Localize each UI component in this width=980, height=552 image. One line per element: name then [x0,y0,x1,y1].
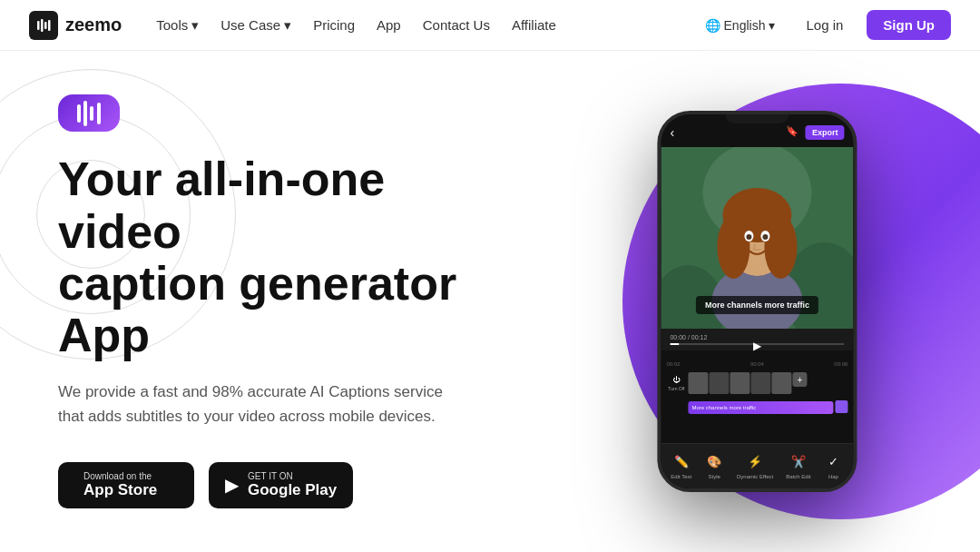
nav-use-case[interactable]: Use Case ▾ [211,12,300,39]
clip-4 [750,372,770,394]
toolbar-more[interactable]: ✓ Hap [823,451,843,479]
time-bar: 00:00 / 00:12 ▶ [670,334,844,345]
app-store-button[interactable]: Download on the App Store [58,462,194,508]
timeline-ruler: 00:02 00:04 00:06 [666,361,848,367]
svg-rect-6 [90,106,93,121]
turn-off-toggle[interactable]: ⏻ Turn Off [666,376,686,391]
logo[interactable]: zeemo [29,11,122,40]
dynamic-effect-icon: ⚡ [745,451,765,471]
signup-button[interactable]: Sign Up [867,10,951,40]
add-clip-button[interactable]: + [792,372,807,387]
phone-toolbar: ✏️ Edit Text 🎨 Style ⚡ Dynamic Effect ✂️… [661,443,853,488]
timeline-tracks: ⏻ Turn Off + [666,370,848,396]
hero-right: ‹ 🔖 Export [526,51,980,552]
clip-2 [709,372,729,394]
svg-rect-2 [44,22,47,29]
navbar: zeemo Tools ▾ Use Case ▾ Pricing App Con… [0,0,980,51]
toolbar-dynamic-effect[interactable]: ⚡ Dynamic Effect [737,451,773,479]
edit-text-icon: ✏️ [671,451,691,471]
phone-controls: 00:00 / 00:12 ▶ [661,329,853,350]
google-play-icon: ▶ [225,474,239,496]
language-selector[interactable]: 🌐 English ▾ [698,15,783,36]
nav-tools[interactable]: Tools ▾ [147,12,208,39]
export-button[interactable]: Export [806,125,845,140]
phone-video: More channels more traffic [661,147,853,329]
chevron-down-icon: ▾ [284,17,291,34]
clip-3 [730,372,750,394]
logo-text: zeemo [65,15,122,35]
svg-rect-0 [37,21,40,30]
hero-section: Your all-in-one video caption generator … [0,51,980,552]
svg-rect-3 [48,20,51,31]
phone-icons-right: 🔖 Export [786,125,845,140]
nav-app[interactable]: App [368,12,410,38]
app-icon [58,94,120,132]
svg-rect-4 [77,104,81,123]
play-icon[interactable]: ▶ [753,340,761,352]
svg-rect-5 [83,101,87,126]
bookmark-icon: 🔖 [786,125,799,140]
chevron-down-icon: ▾ [191,17,199,34]
progress-bar: ▶ [670,343,844,345]
globe-icon: 🌐 [705,18,720,33]
phone-notch [725,114,789,123]
nav-links: Tools ▾ Use Case ▾ Pricing App Contact U… [147,12,697,39]
hero-left: Your all-in-one video caption generator … [0,51,526,552]
style-icon: 🎨 [704,451,724,471]
toolbar-batch-edit[interactable]: ✂️ Batch Edit [786,451,810,479]
nav-contact[interactable]: Contact Us [414,12,499,38]
svg-rect-7 [97,103,101,124]
hero-title: Your all-in-one video caption generator … [58,153,483,361]
more-icon: ✓ [823,451,843,471]
phone-screen: ‹ 🔖 Export [661,114,853,488]
svg-point-16 [764,215,797,279]
nav-affiliate[interactable]: Affiliate [503,12,565,38]
chevron-down-icon: ▾ [769,18,775,33]
hero-subtitle: We provide a fast and 98% accurate AI Ca… [58,380,457,429]
login-button[interactable]: Log in [793,12,856,38]
toolbar-style[interactable]: 🎨 Style [704,451,724,479]
batch-edit-icon: ✂️ [789,451,808,471]
google-play-button[interactable]: ▶ GET IT ON Google Play [209,462,353,508]
clip-1 [688,372,708,394]
caption-track: More channels more traffic [688,401,833,414]
video-caption: More channels more traffic [696,296,818,314]
svg-rect-1 [41,19,44,32]
svg-point-15 [717,215,750,279]
back-icon: ‹ [670,125,674,140]
nav-right: 🌐 English ▾ Log in Sign Up [698,10,951,40]
track-clips: + [688,372,848,394]
nav-pricing[interactable]: Pricing [304,12,364,38]
phone-timeline: 00:02 00:04 00:06 ⏻ Turn Off [661,358,853,418]
clip-5 [771,372,791,394]
phone-mockup: ‹ 🔖 Export [657,111,857,492]
logo-icon [29,11,58,40]
progress-fill [670,343,679,345]
toolbar-edit-text[interactable]: ✏️ Edit Text [671,451,691,479]
store-buttons: Download on the App Store ▶ GET IT ON Go… [58,462,483,508]
svg-point-19 [746,234,751,240]
svg-point-20 [762,234,768,240]
